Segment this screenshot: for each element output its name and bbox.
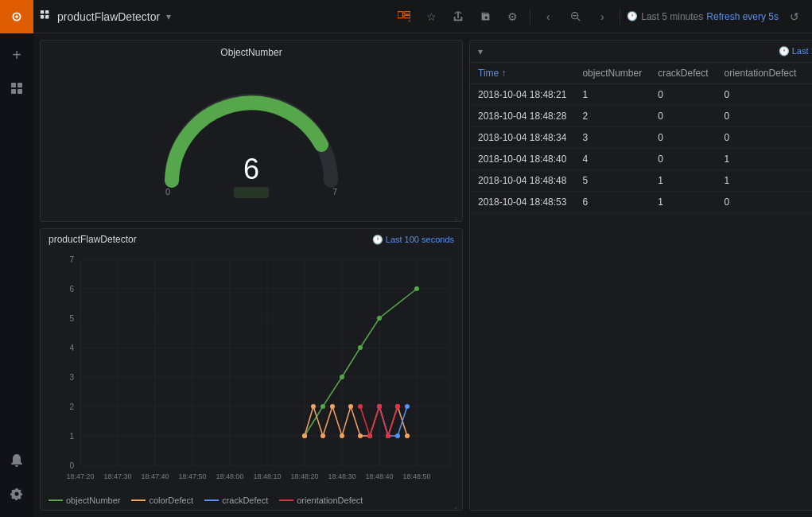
clock-icon: 🕐 — [627, 11, 638, 21]
cell-objectNumber-1: 2 — [574, 106, 650, 127]
svg-point-80 — [405, 404, 410, 409]
svg-rect-7 — [41, 10, 44, 14]
refresh-button[interactable]: ↺ — [783, 6, 806, 28]
legend-label-crackdefect: crackDefect — [222, 496, 268, 505]
gauge-resize-handle[interactable]: ⌟ — [454, 213, 462, 221]
share-button[interactable] — [447, 6, 469, 28]
svg-text:1: 1 — [69, 432, 74, 441]
col-header-colordefect[interactable]: colorDefect — [804, 63, 812, 84]
nav-forward-button[interactable]: › — [591, 6, 613, 28]
chart-clock-icon: 🕐 — [372, 235, 383, 244]
cell-time-2: 2018-10-04 18:48:34 — [470, 127, 574, 149]
table-time-link[interactable]: 🕐 Last 100 seconds — [779, 46, 812, 56]
cell-crackDefect-4: 1 — [650, 170, 716, 192]
sidebar-add-button[interactable]: + — [0, 38, 33, 72]
cell-crackDefect-5: 1 — [650, 192, 716, 213]
chart-area: 7 6 5 4 3 2 1 0 18:47:20 18:47:30 18:47:… — [41, 245, 462, 492]
dashboard-title-chevron[interactable]: ▾ — [166, 11, 171, 22]
dashboard-title-area: productFlawDetector ▾ — [40, 10, 171, 23]
svg-point-62 — [358, 345, 363, 350]
chart-time-link[interactable]: 🕐 Last 100 seconds — [372, 235, 454, 245]
cell-time-3: 2018-10-04 18:48:40 — [470, 149, 574, 170]
gauge-panel: ObjectNumber 6 0 7 — [40, 40, 463, 222]
sidebar-alerts-button[interactable] — [0, 444, 33, 477]
svg-point-67 — [321, 433, 325, 438]
table-panel: ▾ 🕐 Last 100 seconds Time ↑ objectNumber… — [469, 40, 812, 511]
dashboard-grid-icon — [40, 10, 51, 23]
zoom-out-button[interactable] — [564, 6, 586, 28]
svg-point-76 — [405, 433, 410, 438]
svg-point-70 — [348, 404, 353, 409]
svg-point-2 — [15, 15, 18, 18]
legend-line-crackdefect — [204, 500, 219, 501]
cell-orientationDefect-5: 0 — [717, 192, 805, 213]
svg-line-16 — [577, 18, 580, 21]
table-row: 2018-10-04 18:48:211000 — [470, 84, 812, 106]
table-row: 2018-10-04 18:48:404010 — [470, 149, 812, 170]
table-row: 2018-10-04 18:48:485110 — [470, 170, 812, 192]
table-row: 2018-10-04 18:48:282001 — [470, 106, 812, 127]
table-header: Time ↑ objectNumber crackDefect orientat… — [470, 63, 812, 84]
refresh-label[interactable]: Refresh every 5s — [706, 11, 779, 22]
svg-rect-11 — [398, 11, 402, 17]
time-range-label: Last 5 minutes — [641, 11, 703, 22]
save-button[interactable] — [474, 6, 496, 28]
time-range-display[interactable]: 🕐 Last 5 minutes Refresh every 5s — [627, 11, 779, 22]
topbar-divider-1 — [530, 9, 530, 25]
table-body: 2018-10-04 18:48:2110002018-10-04 18:48:… — [470, 84, 812, 213]
svg-text:18:47:30: 18:47:30 — [103, 472, 131, 480]
right-panel: ▾ 🕐 Last 100 seconds Time ↑ objectNumber… — [469, 40, 812, 511]
nav-back-button[interactable]: ‹ — [537, 6, 559, 28]
gauge-container: 6 0 7 — [41, 61, 462, 216]
col-header-time[interactable]: Time ↑ — [470, 63, 574, 84]
sidebar-settings-button[interactable] — [0, 477, 33, 511]
cell-objectNumber-2: 3 — [574, 127, 650, 149]
star-button[interactable]: ☆ — [420, 6, 442, 28]
col-header-orientationdefect[interactable]: orientationDefect — [717, 63, 805, 84]
svg-point-81 — [358, 404, 363, 409]
svg-rect-10 — [45, 15, 49, 18]
sidebar-dashboards-button[interactable] — [0, 72, 33, 105]
gauge-svg: 6 0 7 — [148, 69, 355, 208]
chart-svg: 7 6 5 4 3 2 1 0 18:47:20 18:47:30 18:47:… — [49, 248, 454, 487]
cell-crackDefect-0: 0 — [650, 84, 716, 106]
topbar: productFlawDetector ▾ + ☆ ⚙ ‹ — [33, 0, 812, 33]
table-row: 2018-10-04 18:48:536100 — [470, 192, 812, 213]
svg-rect-6 — [17, 89, 22, 94]
svg-text:18:48:20: 18:48:20 — [290, 472, 318, 480]
svg-point-82 — [367, 433, 372, 438]
cell-time-5: 2018-10-04 18:48:53 — [470, 192, 574, 213]
grafana-logo[interactable] — [0, 0, 33, 33]
svg-text:0: 0 — [165, 187, 170, 196]
gauge-panel-title: ObjectNumber — [41, 41, 462, 61]
legend-label-orientationdefect: orientationDefect — [297, 496, 363, 505]
col-header-crackdefect[interactable]: crackDefect — [650, 63, 716, 84]
table-dropdown-button[interactable]: ▾ — [478, 46, 483, 57]
legend-line-colordefect — [131, 500, 146, 501]
svg-text:7: 7 — [332, 187, 337, 196]
dashboard-settings-button[interactable]: ⚙ — [501, 6, 523, 28]
cell-orientationDefect-4: 1 — [717, 170, 805, 192]
legend-orientationdefect: orientationDefect — [279, 496, 363, 505]
add-panel-button[interactable]: + — [393, 6, 415, 28]
legend-objectnumber: objectNumber — [49, 496, 120, 505]
svg-rect-8 — [45, 10, 49, 14]
svg-text:4: 4 — [69, 344, 74, 352]
dashboard-content: ObjectNumber 6 0 7 — [33, 33, 812, 517]
table-top-bar: ▾ 🕐 Last 100 seconds — [470, 41, 812, 63]
col-header-objectnumber[interactable]: objectNumber — [574, 63, 650, 84]
svg-point-69 — [340, 433, 344, 438]
svg-rect-21 — [234, 187, 269, 198]
svg-point-84 — [386, 433, 390, 438]
cell-colorDefect-1: 1 — [804, 106, 812, 127]
chart-resize-handle[interactable]: ⌟ — [454, 502, 462, 510]
cell-colorDefect-3: 0 — [804, 149, 812, 170]
svg-text:18:48:40: 18:48:40 — [365, 472, 393, 480]
dashboard-title: productFlawDetector — [57, 10, 160, 23]
cell-time-1: 2018-10-04 18:48:28 — [470, 106, 574, 127]
svg-text:+: + — [408, 17, 410, 22]
svg-text:18:47:50: 18:47:50 — [178, 472, 206, 480]
cell-crackDefect-3: 0 — [650, 149, 716, 170]
svg-point-65 — [302, 433, 307, 438]
svg-point-63 — [377, 316, 382, 321]
